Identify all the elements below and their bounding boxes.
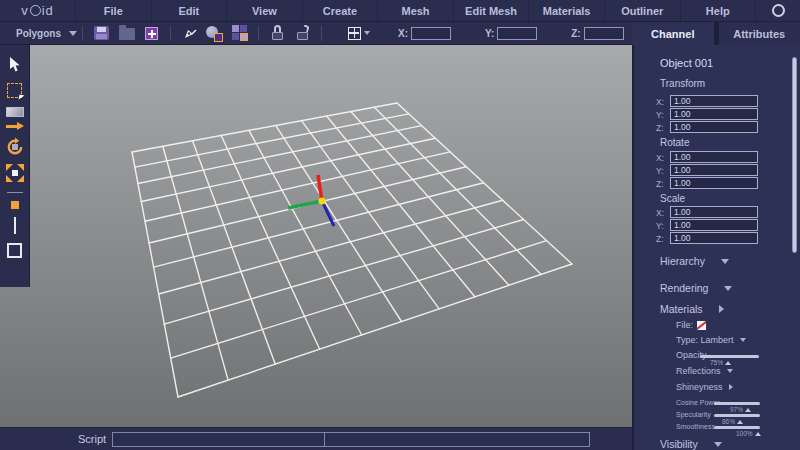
chevron-right-icon (729, 384, 733, 390)
x-coord-label: X: (398, 28, 408, 39)
scale-section-label: Scale (660, 193, 685, 204)
transform-x-input[interactable] (670, 95, 758, 107)
menu-bar: vid File Edit View Create Mesh Edit Mesh… (0, 0, 800, 22)
file-label: File: (676, 320, 693, 330)
lock-button[interactable] (269, 25, 286, 42)
hierarchy-section-toggle[interactable]: Hierarchy (660, 255, 729, 267)
panel-scrollbar[interactable] (792, 57, 797, 253)
line-tool-button[interactable] (14, 217, 16, 234)
axis-label: Y: (656, 110, 664, 120)
new-button[interactable] (143, 25, 160, 42)
materials-section-toggle[interactable]: Materials (660, 303, 724, 315)
menu-materials[interactable]: Materials (528, 0, 604, 21)
cosine-power-slider[interactable] (714, 402, 760, 405)
folder-icon (119, 28, 135, 40)
cosine-power-percent: 97% (730, 406, 743, 413)
tool-palette (0, 45, 30, 287)
material-type-dropdown[interactable]: Type: Lambert (676, 335, 746, 345)
chevron-right-icon (719, 305, 724, 313)
material-file-row[interactable]: File: (676, 320, 706, 330)
select-tool-button[interactable] (4, 53, 26, 75)
coord-z-group: Z: (571, 27, 623, 40)
rotate-z-input[interactable] (670, 177, 758, 189)
face-tool-button[interactable] (4, 105, 26, 119)
cosine-power-value: 97% (730, 406, 751, 413)
move-arrow-icon (6, 122, 24, 130)
shineyness-toggle[interactable]: Shineyness (676, 382, 733, 392)
triangle-up-icon (755, 432, 761, 436)
open-button[interactable] (118, 25, 135, 42)
object-name: Object 001 (660, 57, 713, 69)
lock-closed-icon (271, 25, 284, 41)
sphere-square-tool-button[interactable] (206, 25, 223, 42)
marquee-icon (7, 83, 22, 98)
panel-tabs: Channel Attributes (632, 22, 800, 45)
x-coord-input[interactable] (411, 27, 451, 40)
scale-tool-button[interactable] (4, 162, 26, 184)
smoothness-percent: 100% (736, 430, 753, 437)
marquee-select-tool-button[interactable] (4, 79, 26, 101)
scale-z-input[interactable] (670, 232, 758, 244)
menu-create[interactable]: Create (302, 0, 378, 21)
rotate-icon (5, 137, 25, 157)
circle-icon (772, 4, 785, 17)
script-input-left[interactable] (113, 433, 325, 446)
script-input-right[interactable] (325, 433, 589, 446)
opacity-value: 75% (710, 359, 731, 366)
app-logo: vid (0, 0, 75, 21)
axis-label: Y: (656, 221, 664, 231)
axis-label: X: (656, 97, 664, 107)
menu-view[interactable]: View (226, 0, 302, 21)
circle-button[interactable] (755, 0, 800, 21)
transform-section-label: Transform (660, 78, 705, 89)
pen-tool-button[interactable] (181, 25, 198, 42)
transform-z-input[interactable] (670, 121, 758, 133)
rendering-section-toggle[interactable]: Rendering (660, 282, 732, 294)
pen-icon (181, 25, 198, 42)
triangle-up-icon (725, 361, 731, 365)
channel-panel: Object 001 Transform X: Y: Z: Rotate X: … (632, 45, 800, 450)
y-coord-input[interactable] (497, 27, 537, 40)
smoothness-slider[interactable] (714, 426, 760, 429)
menu-help[interactable]: Help (680, 0, 756, 21)
triangle-up-icon (745, 408, 751, 412)
rotate-y-input[interactable] (670, 164, 758, 176)
viewport-layout-dropdown[interactable] (346, 25, 372, 42)
menu-edit-mesh[interactable]: Edit Mesh (453, 0, 529, 21)
menu-edit[interactable]: Edit (151, 0, 227, 21)
scale-x-input[interactable] (670, 206, 758, 218)
menu-file[interactable]: File (75, 0, 151, 21)
specularity-value: 86% (722, 418, 743, 425)
opacity-slider[interactable] (700, 355, 759, 358)
rotate-tool-button[interactable] (4, 136, 26, 158)
menu-outliner[interactable]: Outliner (604, 0, 680, 21)
polygons-mode-dropdown[interactable]: Polygons (0, 28, 76, 39)
rotate-x-input[interactable] (670, 151, 758, 163)
menu-mesh[interactable]: Mesh (377, 0, 453, 21)
specularity-slider[interactable] (714, 414, 760, 417)
toolbar-divider (321, 26, 322, 41)
opacity-percent: 75% (710, 359, 723, 366)
scale-y-input[interactable] (670, 219, 758, 231)
tab-attributes[interactable]: Attributes (719, 22, 800, 45)
tab-channel[interactable]: Channel (632, 22, 714, 45)
face-rect-icon (6, 107, 24, 117)
logo-text-v: v (21, 3, 29, 18)
quad-view-tool-button[interactable] (231, 25, 248, 42)
transform-y-input[interactable] (670, 108, 758, 120)
unlock-button[interactable] (294, 25, 311, 42)
viewport-3d[interactable] (0, 45, 632, 427)
lock-open-icon (296, 25, 309, 41)
shineyness-label: Shineyness (676, 382, 723, 392)
chevron-down-icon (714, 442, 722, 447)
logo-o-ring-icon (30, 5, 41, 16)
point-tool-button[interactable] (11, 201, 19, 209)
visibility-section-toggle[interactable]: Visibility (660, 438, 722, 450)
save-button[interactable] (93, 25, 110, 42)
reflections-label: Reflections (676, 366, 721, 376)
reflections-toggle[interactable]: Reflections (676, 366, 733, 376)
smoothness-label: Smoothness (676, 423, 715, 430)
move-tool-button[interactable] (4, 120, 26, 132)
square-tool-button[interactable] (7, 243, 22, 258)
z-coord-input[interactable] (584, 27, 624, 40)
